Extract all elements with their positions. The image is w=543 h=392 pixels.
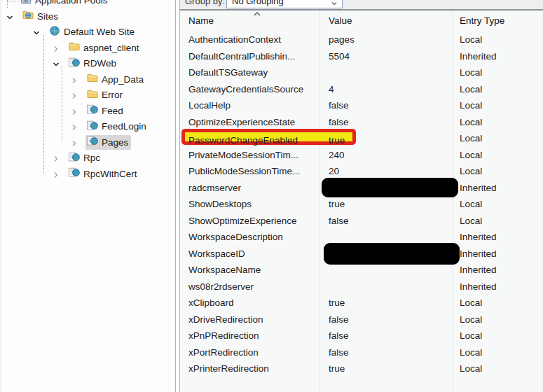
tree-node[interactable]: Error [85,88,125,102]
tree-item-application-pools[interactable]: Application Pools [1,0,175,8]
tree-item-sites[interactable]: Sites [1,8,175,24]
table-row[interactable]: GatewayCredentialsSource4Local [180,81,543,98]
cell-value: false [329,97,349,114]
cell-name: xPrinterRedirection [188,360,269,377]
tree-node[interactable]: RpcWithCert [67,167,140,181]
cell-value: 20 [329,163,339,180]
table-row[interactable]: PrivateModeSessionTim...240Local [180,147,543,164]
cell-entry: Inherited [460,246,497,262]
tree-item-label: Application Pools [35,0,108,6]
tree-item-label: Feed [102,106,123,116]
sort-ascending-icon [253,10,261,18]
chevron-collapsed-icon[interactable] [70,122,78,130]
cell-entry: Local [460,81,482,98]
chevron-collapsed-icon[interactable] [52,169,60,178]
tree-item-error[interactable]: Error [1,87,175,103]
highlighted-setting-name: PasswordChangeEnabled [188,132,298,148]
cell-name: radcmserver [188,180,241,197]
tree-node[interactable]: RDWeb [67,56,119,71]
cell-name: OptimizeExperienceState [188,114,295,131]
cell-entry: Inherited [460,262,497,279]
iis-manager-window: Application PoolsSitesDefault Web Siteas… [0,0,543,392]
folder-icon [69,41,80,55]
tree-item-label: Rpc [83,153,100,163]
cell-name: ShowDesktops [188,196,252,213]
tree-item-app-data[interactable]: App_Data [1,71,175,88]
table-row[interactable]: xPnPRedirectionfalseLocal [180,328,543,344]
tree-item-rpc[interactable]: Rpc [1,150,175,166]
cell-value: false [329,312,349,328]
tree-item-pages[interactable]: Pages [1,134,175,150]
cell-value: false [329,114,349,131]
group-by-value: No Grouping [232,0,284,6]
tree-node[interactable]: Sites [21,9,61,24]
chevron-expanded-icon[interactable] [6,12,14,20]
cell-value: false [329,213,349,230]
folder-icon [87,72,98,86]
tree-node[interactable]: App_Data [85,72,146,87]
table-row[interactable]: DefaultCentralPublishin...5504Inherited [180,48,543,65]
chevron-expanded-icon[interactable] [52,59,60,67]
column-header-value[interactable]: Value [329,15,352,26]
group-by-label: Group by: [185,0,225,6]
tree-item-aspnet-client[interactable]: aspnet_client [1,40,175,56]
tree-item-feedlogin[interactable]: FeedLogin [1,118,175,134]
table-row[interactable]: PublicModeSessionTime...20Local [180,163,543,180]
tree-item-rpcwithcert[interactable]: RpcWithCert [1,166,175,182]
cell-name: xDriveRedirection [188,312,263,328]
table-row[interactable]: xClipboardtrueLocal [180,295,543,312]
tree-item-default-web-site[interactable]: Default Web Site [1,24,175,40]
tree-node[interactable]: Application Pools [19,0,111,8]
chevron-expanded-icon[interactable] [32,27,41,36]
cell-name: xClipboard [188,295,234,312]
cell-value: true [329,295,345,312]
chevron-collapsed-icon[interactable] [70,138,78,146]
application-settings-panel: Group by: No Grouping Name Value Entry T… [179,0,543,392]
tree-item-rdweb[interactable]: RDWeb [1,55,175,71]
table-row[interactable]: xPortRedirectionfalseLocal [180,344,543,361]
sites-icon [22,9,34,23]
table-row[interactable]: LocalHelpfalseLocal [180,97,543,114]
tree-node[interactable]: Feed [85,104,126,118]
table-row[interactable]: ws08r2rdserverInherited [180,279,543,295]
cell-name: xPnPRedirection [188,328,259,344]
chevron-collapsed-icon[interactable] [52,153,60,162]
tree-item-feed[interactable]: Feed [1,103,175,119]
cell-entry: Local [460,163,482,180]
group-by-dropdown[interactable]: No Grouping [226,0,343,8]
tree-node[interactable]: aspnet_client [67,41,142,55]
cell-entry: Local [460,97,482,114]
tree-item-label: RDWeb [83,58,116,69]
cell-name: GatewayCredentialsSource [188,81,303,98]
column-header-entry-type[interactable]: Entry Type [460,15,504,26]
tree-node[interactable]: Default Web Site [48,24,137,39]
application-pools-icon [20,0,32,8]
table-row[interactable]: xDriveRedirectionfalseLocal [180,312,543,328]
tree-item-label: Default Web Site [64,27,135,37]
table-row[interactable]: xPrinterRedirectiontrueLocal [180,360,543,377]
cell-name: WorkspaceName [188,262,261,279]
connections-tree-panel: Application PoolsSitesDefault Web Siteas… [0,0,176,392]
web-application-icon [69,151,80,165]
tree-node[interactable]: Pages [85,135,131,150]
tree-node[interactable]: Rpc [67,150,103,165]
table-row[interactable]: ShowOptimizeExperiencefalseLocal [180,213,543,230]
website-globe-icon [49,25,60,39]
table-row[interactable]: DefaultTSGatewayLocal [180,64,543,81]
cell-entry: Local [460,64,482,81]
cell-entry: Local [460,360,482,377]
chevron-down-icon [331,0,338,7]
table-row[interactable]: OptimizeExperienceStatefalseLocal [180,114,543,131]
chevron-collapsed-icon[interactable] [52,43,60,52]
chevron-collapsed-icon[interactable] [70,106,78,115]
cell-entry: Local [460,328,482,344]
cell-entry: Local [460,213,482,230]
chevron-collapsed-icon[interactable] [70,90,78,99]
tree-node[interactable]: FeedLogin [85,119,149,134]
cell-name: ShowOptimizeExperience [188,213,297,230]
column-header-name[interactable]: Name [188,15,214,26]
tree-item-label: Sites [37,11,58,22]
table-row[interactable]: AuthenticationContextpagesLocal [180,31,543,48]
chevron-collapsed-icon[interactable] [70,75,78,83]
table-row[interactable]: ShowDesktopstrueLocal [180,196,543,213]
